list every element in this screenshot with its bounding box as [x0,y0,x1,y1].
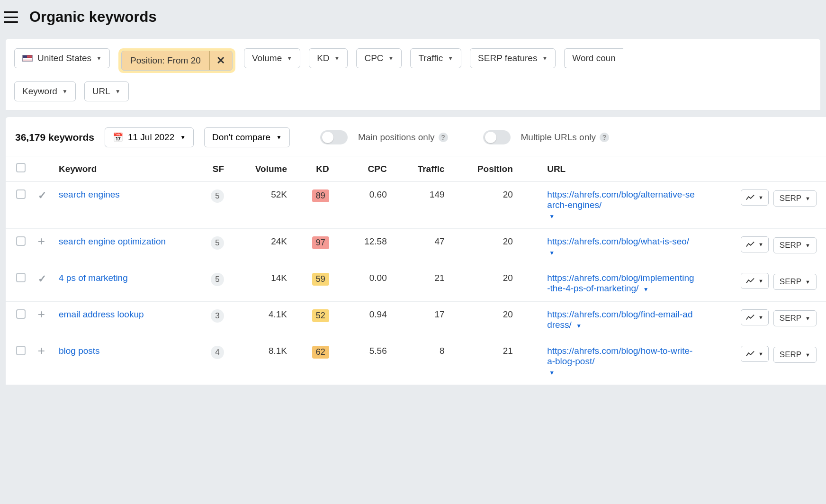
url-filter-label: URL [92,86,110,97]
chevron-down-icon[interactable]: ▼ [576,323,582,329]
position-filter[interactable]: Position: From 20 ✕ [121,51,233,71]
traffic-filter[interactable]: Traffic ▼ [410,48,461,68]
row-checkbox[interactable] [16,189,26,199]
kd-filter[interactable]: KD ▼ [309,48,348,68]
serp-button[interactable]: SERP▼ [773,190,817,207]
cpc-value: 12.58 [338,229,395,265]
date-label: 11 Jul 2022 [128,132,174,143]
serp-button[interactable]: SERP▼ [773,274,817,290]
row-checkbox[interactable] [16,309,26,319]
kd-label: KD [317,53,329,63]
result-url[interactable]: https://ahrefs.com/blog/how-to-write-a-b… [547,346,692,366]
chevron-down-icon[interactable]: ▼ [643,286,649,293]
keyword-link[interactable]: blog posts [59,346,100,356]
plus-icon[interactable]: + [38,234,45,248]
country-filter[interactable]: United States ▼ [14,48,110,68]
row-checkbox[interactable] [16,273,26,282]
chevron-down-icon: ▼ [758,242,763,247]
page-title: Organic keywords [29,9,157,26]
position-filter-label: Position: From 20 [122,55,209,66]
position-value: 20 [453,302,521,338]
trend-button[interactable]: ▼ [741,273,769,289]
col-traffic[interactable]: Traffic [395,156,453,182]
row-checkbox[interactable] [16,236,26,246]
multiple-urls-label: Multiple URLs only ? [521,132,609,143]
sf-badge[interactable]: 3 [211,309,224,323]
help-icon[interactable]: ? [439,133,448,142]
serp-button[interactable]: SERP▼ [773,310,817,326]
col-volume[interactable]: Volume [233,156,296,182]
result-url[interactable]: https://ahrefs.com/blog/implementing-the… [547,273,694,293]
keyword-link[interactable]: search engine optimization [59,236,166,246]
url-filter[interactable]: URL ▼ [84,81,129,101]
plus-icon[interactable]: + [38,343,45,358]
menu-icon[interactable] [4,11,18,23]
col-url[interactable]: URL [542,156,700,182]
result-url[interactable]: https://ahrefs.com/blog/what-is-seo/ [547,236,689,246]
trend-button[interactable]: ▼ [741,236,769,252]
traffic-value: 17 [395,302,453,338]
volume-filter[interactable]: Volume ▼ [244,48,300,68]
multiple-urls-toggle[interactable] [483,130,511,144]
select-all-checkbox[interactable] [16,163,26,172]
sf-badge[interactable]: 5 [211,236,224,250]
chevron-down-icon[interactable]: ▼ [549,213,555,220]
sf-badge[interactable]: 4 [211,346,224,359]
keyword-count: 36,179 keywords [15,132,94,143]
close-icon[interactable]: ✕ [209,51,232,70]
row-checkbox[interactable] [16,346,26,355]
keyword-link[interactable]: 4 ps of marketing [59,273,128,283]
col-sf[interactable]: SF [196,156,233,182]
main-positions-toggle[interactable] [320,130,348,144]
table-row: ✓search engines552K890.6014920https://ah… [6,182,826,229]
serp-button[interactable]: SERP▼ [773,237,817,253]
volume-value: 8.1K [233,338,296,385]
col-cpc[interactable]: CPC [338,156,395,182]
chevron-down-icon[interactable]: ▼ [549,250,555,256]
main-positions-label: Main positions only ? [358,132,448,143]
col-keyword[interactable]: Keyword [54,156,196,182]
keyword-link[interactable]: search engines [59,189,120,199]
chevron-down-icon: ▼ [805,352,810,358]
word-count-filter[interactable]: Word coun [564,48,623,68]
chevron-down-icon: ▼ [758,351,763,357]
position-filter-highlight: Position: From 20 ✕ [118,48,235,73]
col-kd[interactable]: KD [296,156,338,182]
table-row: +email address lookup34.1K520.941720http… [6,302,826,338]
kd-badge: 97 [312,236,329,249]
col-position[interactable]: Position [453,156,521,182]
chevron-down-icon: ▼ [115,88,121,95]
trend-button[interactable]: ▼ [741,346,769,362]
serp-button[interactable]: SERP▼ [773,347,817,363]
compare-label: Don't compare [212,132,270,143]
trend-button[interactable]: ▼ [741,309,769,325]
position-value: 20 [453,182,521,229]
help-icon[interactable]: ? [600,133,609,142]
chevron-down-icon: ▼ [62,88,68,95]
sf-badge[interactable]: 5 [211,189,224,203]
position-value: 20 [453,229,521,265]
result-url[interactable]: https://ahrefs.com/blog/find-email-addre… [547,309,692,330]
chevron-down-icon: ▼ [287,55,292,62]
chevron-down-icon: ▼ [448,55,453,62]
chevron-down-icon: ▼ [805,279,810,285]
table-row: +blog posts48.1K625.56821https://ahrefs.… [6,338,826,385]
compare-selector[interactable]: Don't compare ▼ [204,127,290,147]
keyword-filter[interactable]: Keyword ▼ [14,81,76,101]
result-url[interactable]: https://ahrefs.com/blog/alternative-sear… [547,189,695,210]
trend-button[interactable]: ▼ [741,189,769,206]
chevron-down-icon[interactable]: ▼ [549,369,555,376]
serp-features-filter[interactable]: SERP features ▼ [470,48,556,68]
chevron-down-icon: ▼ [276,134,282,141]
table-panel: 36,179 keywords 📅 11 Jul 2022 ▼ Don't co… [6,117,826,385]
keyword-link[interactable]: email address lookup [59,309,144,319]
sf-badge[interactable]: 5 [211,273,224,286]
chevron-down-icon: ▼ [334,55,340,62]
chevron-down-icon: ▼ [805,243,810,248]
date-selector[interactable]: 📅 11 Jul 2022 ▼ [105,127,194,147]
cpc-value: 0.94 [338,302,395,338]
cpc-value: 0.00 [338,265,395,302]
chevron-down-icon: ▼ [388,55,394,62]
plus-icon[interactable]: + [38,307,45,321]
cpc-filter[interactable]: CPC ▼ [356,48,402,68]
